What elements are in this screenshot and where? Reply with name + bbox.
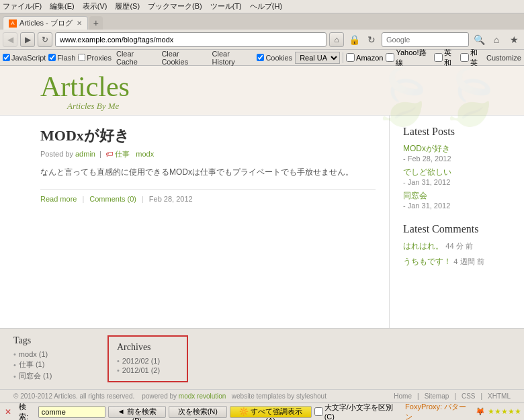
sidebar-post-link-0[interactable]: MODxが好き: [403, 143, 514, 155]
clear-history-button[interactable]: Clear History: [210, 49, 256, 67]
english-checkbox[interactable]: [434, 53, 443, 62]
sidebar-comment-link-1[interactable]: うちもです！: [403, 257, 451, 266]
sidebar-comment-0: はれはれ。 44 分 前: [403, 241, 514, 252]
find-prev-button[interactable]: ◄ 前を検索(P): [108, 406, 166, 418]
home-icon: ⌂: [334, 35, 339, 44]
find-case-checkbox[interactable]: [314, 407, 323, 416]
article-meta: Posted by admin | 🏷 仕事 modx: [40, 149, 376, 159]
bookmark-icon[interactable]: ★: [507, 32, 521, 47]
proxies-checkbox[interactable]: [78, 54, 85, 61]
website-templates-label: website templates by styleshout: [232, 392, 326, 400]
menu-edit[interactable]: 編集(E): [50, 1, 75, 11]
yahoo-checkbox[interactable]: [386, 53, 394, 62]
cookies-checkbox[interactable]: [257, 54, 264, 61]
sidebar-post-link-1[interactable]: でしど欲しい: [403, 167, 514, 178]
article-footer: Read more | Comments (0) | Feb 28, 2012: [40, 189, 376, 203]
cookies-toggle[interactable]: Cookies: [257, 54, 292, 62]
url-bar[interactable]: [55, 32, 326, 47]
japanese-checkbox[interactable]: [460, 53, 469, 62]
menu-view[interactable]: 表示(V): [83, 1, 107, 11]
find-highlight-button[interactable]: 🔆 すべて強調表示(A): [230, 406, 312, 418]
amazon-label: Amazon: [356, 54, 383, 62]
flash-checkbox[interactable]: [48, 54, 56, 61]
article-body: なんと言っても直感的に使用できるMODxは仕事でもプライベートでも手放せません。: [40, 166, 376, 179]
amazon-toggle[interactable]: Amazon: [346, 53, 383, 62]
back-button[interactable]: ◀: [3, 32, 17, 47]
footer-nav-css[interactable]: CSS: [462, 392, 476, 400]
real-ua-select[interactable]: Real UA: [295, 52, 340, 64]
sidebar-post-date-2: - Jan 31, 2012: [403, 202, 514, 210]
find-close-button[interactable]: ✕: [3, 407, 13, 417]
sidebar-post-link-2[interactable]: 同窓会: [403, 190, 514, 202]
tab-bar: A Articles - ブログ ✕ +: [0, 13, 524, 30]
japanese-toggle[interactable]: 和英: [460, 48, 484, 68]
ssl-icon: 🔒: [347, 32, 361, 47]
footer-archives-section: Archives 2012/02 (1) 2012/01 (2): [107, 335, 188, 382]
footer-tag-link-1[interactable]: 仕事 (1): [19, 360, 45, 370]
webpage-inner: Articles Articles By Me 🍃🍃 MODxが好き Poste…: [0, 66, 524, 403]
yahoo-toggle[interactable]: Yahoo!路線: [386, 48, 431, 68]
footer-tags-section: Tags modx (1) 仕事 (1) 同窓会 (1): [13, 335, 81, 382]
menu-help[interactable]: ヘルプ(H): [250, 1, 282, 11]
article-date: Feb 28, 2012: [149, 195, 193, 203]
english-toggle[interactable]: 英和: [434, 48, 457, 68]
tab-close-button[interactable]: ✕: [77, 19, 82, 27]
javascript-toggle[interactable]: JavaScript: [3, 54, 46, 62]
footer-tag-link-0[interactable]: modx (1): [19, 350, 48, 358]
footer-sep-2: |: [454, 392, 456, 400]
clear-cache-button[interactable]: Clear Cache: [114, 49, 158, 67]
find-case-toggle[interactable]: 大文字/小文字を区別(C): [314, 403, 402, 420]
footer-nav-home[interactable]: Home: [394, 392, 412, 400]
tag-work[interactable]: 仕事: [115, 150, 130, 158]
menu-tools[interactable]: ツール(T): [210, 1, 242, 11]
cookies-label: Cookies: [265, 54, 292, 62]
footer-nav-sitemap[interactable]: Sitemap: [425, 392, 449, 400]
proxies-toggle[interactable]: Proxies: [78, 54, 112, 62]
javascript-checkbox[interactable]: [3, 54, 10, 61]
customize-button[interactable]: Customize: [486, 54, 521, 62]
find-next-button[interactable]: 次を検索(N) ►: [169, 406, 227, 418]
find-input[interactable]: [38, 406, 105, 418]
footer-tag-link-2[interactable]: 同窓会 (1): [19, 371, 52, 381]
footer-archive-link-1[interactable]: 2012/01 (2): [122, 366, 160, 374]
yahoo-label: Yahoo!路線: [396, 48, 431, 68]
toolbar-right: Amazon Yahoo!路線 英和 和英 Customize: [346, 48, 521, 68]
read-more-link[interactable]: Read more: [40, 195, 77, 203]
sidebar-post-2: 同窓会 - Jan 31, 2012: [403, 190, 514, 210]
search-input[interactable]: [382, 32, 469, 47]
browser-frame: ファイル(F) 編集(E) 表示(V) 履歴(S) ブックマーク(B) ツール(…: [0, 0, 524, 420]
home-icon2[interactable]: ⌂: [489, 32, 504, 47]
amazon-checkbox[interactable]: [346, 53, 355, 62]
site-footer: Tags modx (1) 仕事 (1) 同窓会 (1) Archives 20…: [0, 328, 524, 389]
footer-nav-xhtml[interactable]: XHTML: [488, 392, 511, 400]
menu-bookmarks[interactable]: ブックマーク(B): [148, 1, 202, 11]
latest-comments-title: Latest Comments: [403, 223, 514, 235]
home-button[interactable]: ⌂: [329, 32, 344, 47]
comments-link[interactable]: Comments (0): [89, 195, 136, 203]
modx-link[interactable]: modx revolution: [179, 392, 226, 400]
forward-button[interactable]: ▶: [20, 32, 35, 47]
active-tab[interactable]: A Articles - ブログ ✕: [3, 16, 88, 30]
sidebar-comment-link-0[interactable]: はれはれ。: [403, 241, 443, 251]
refresh-button[interactable]: ↻: [38, 32, 52, 47]
clear-cookies-button[interactable]: Clear Cookies: [159, 49, 208, 67]
toolbar: JavaScript Flash Proxies Clear Cache Cle…: [0, 50, 524, 66]
status-bar: ✕ 検索: ◄ 前を検索(P) 次を検索(N) ► 🔆 すべて強調表示(A) 大…: [0, 403, 524, 420]
menu-file[interactable]: ファイル(F): [3, 1, 42, 11]
refresh-icon2[interactable]: ↻: [364, 32, 379, 47]
new-tab-button[interactable]: +: [89, 16, 103, 30]
footer-nav: Home | Sitemap | CSS | XHTML: [394, 392, 511, 400]
menu-history[interactable]: 履歴(S): [115, 1, 140, 11]
sidebar-post-1: でしど欲しい - Jan 31, 2012: [403, 167, 514, 186]
footer-archive-link-0[interactable]: 2012/02 (1): [122, 357, 160, 365]
refresh-icon: ↻: [42, 35, 48, 44]
article-author[interactable]: admin: [75, 150, 95, 158]
search-icon[interactable]: 🔍: [472, 32, 486, 47]
sidebar: Latest Posts MODxが好き - Feb 28, 2012 でしど欲…: [390, 116, 524, 328]
tag-modx[interactable]: modx: [136, 150, 154, 158]
sidebar-post-0: MODxが好き - Feb 28, 2012: [403, 143, 514, 163]
footer-sep-3: |: [480, 392, 482, 400]
sidebar-comment-time-0: 44 分 前: [445, 242, 472, 250]
english-label: 英和: [444, 48, 457, 68]
flash-toggle[interactable]: Flash: [48, 54, 75, 62]
